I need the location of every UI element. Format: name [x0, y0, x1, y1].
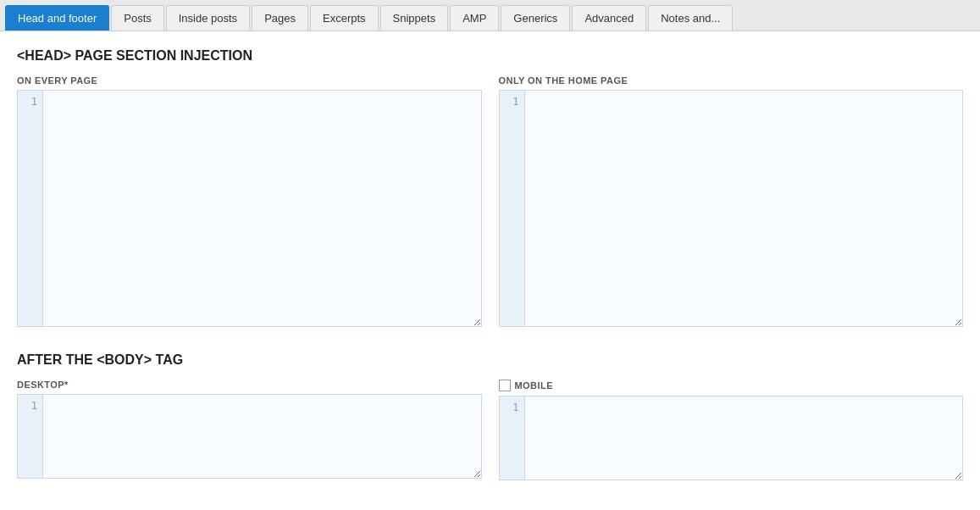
tab-posts[interactable]: Posts — [111, 5, 164, 30]
tab-amp[interactable]: AMP — [450, 5, 499, 30]
tab-head-and-footer[interactable]: Head and footer — [5, 5, 109, 30]
body-desktop-label: DESKTOP* — [17, 380, 482, 390]
head-every-page-label: ON EVERY PAGE — [17, 75, 482, 86]
head-home-page-label: ONLY ON THE HOME PAGE — [499, 75, 964, 86]
body-desktop-line-numbers: 1 — [18, 395, 43, 478]
tab-generics[interactable]: Generics — [501, 5, 570, 30]
tab-snippets[interactable]: Snippets — [380, 5, 449, 30]
head-home-page-line-numbers: 1 — [500, 91, 525, 326]
body-desktop-editor[interactable]: 1 — [17, 394, 482, 479]
main-content: <HEAD> PAGE SECTION INJECTION ON EVERY P… — [0, 31, 980, 510]
head-every-page-col: ON EVERY PAGE 1 — [17, 75, 482, 327]
head-home-page-textarea[interactable] — [525, 91, 963, 326]
tab-bar: Head and footer Posts Inside posts Pages… — [0, 0, 980, 31]
body-mobile-line-numbers: 1 — [500, 396, 525, 480]
tab-advanced[interactable]: Advanced — [572, 5, 646, 30]
body-section-title: AFTER THE <BODY> TAG — [17, 352, 963, 368]
head-every-page-editor[interactable]: 1 — [17, 90, 482, 327]
mobile-checkbox[interactable] — [499, 380, 511, 391]
body-desktop-textarea[interactable] — [43, 395, 481, 478]
tab-notes-and[interactable]: Notes and... — [648, 5, 733, 30]
head-section-columns: ON EVERY PAGE 1 ONLY ON THE HOME PAGE 1 — [17, 75, 963, 327]
body-section-columns: DESKTOP* 1 MOBILE 1 — [17, 380, 963, 480]
body-mobile-label: MOBILE — [515, 380, 553, 391]
body-mobile-textarea[interactable] — [525, 396, 963, 480]
tab-inside-posts[interactable]: Inside posts — [166, 5, 250, 30]
head-home-page-editor[interactable]: 1 — [499, 90, 964, 327]
tab-pages[interactable]: Pages — [252, 5, 308, 30]
body-mobile-col: MOBILE 1 — [499, 380, 964, 480]
head-home-page-col: ONLY ON THE HOME PAGE 1 — [499, 75, 964, 327]
tab-excerpts[interactable]: Excerpts — [310, 5, 379, 30]
head-every-page-textarea[interactable] — [43, 91, 481, 326]
head-every-page-line-numbers: 1 — [18, 91, 43, 326]
body-desktop-col: DESKTOP* 1 — [17, 380, 482, 480]
mobile-label-row: MOBILE — [499, 380, 964, 391]
body-mobile-editor[interactable]: 1 — [499, 396, 964, 480]
head-section-title: <HEAD> PAGE SECTION INJECTION — [17, 48, 963, 64]
